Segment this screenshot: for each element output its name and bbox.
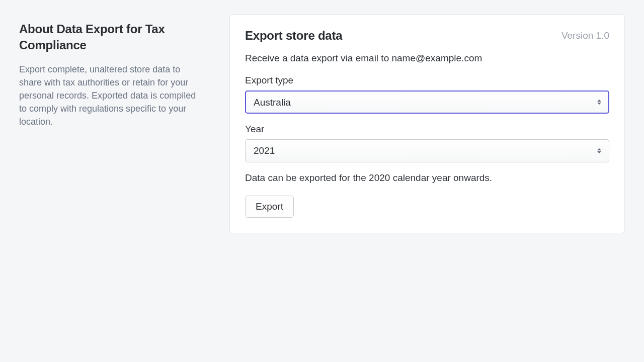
about-sidebar: About Data Export for Tax Compliance Exp… xyxy=(19,14,205,348)
export-type-label: Export type xyxy=(245,75,609,86)
export-card: Export store data Version 1.0 Receive a … xyxy=(229,14,625,233)
export-type-select-wrap: Australia xyxy=(245,90,609,114)
export-type-select[interactable]: Australia xyxy=(245,90,609,114)
card-description: Receive a data export via email to name@… xyxy=(245,53,609,64)
export-type-group: Export type Australia xyxy=(245,75,609,114)
year-label: Year xyxy=(245,124,609,135)
card-header: Export store data Version 1.0 xyxy=(245,29,609,43)
card-title: Export store data xyxy=(245,29,342,43)
year-select[interactable]: 2021 xyxy=(245,139,609,162)
year-group: Year 2021 xyxy=(245,124,609,162)
about-description: Export complete, unaltered store data to… xyxy=(19,63,205,128)
year-help-text: Data can be exported for the 2020 calend… xyxy=(245,172,609,184)
year-select-wrap: 2021 xyxy=(245,139,609,162)
about-title: About Data Export for Tax Compliance xyxy=(19,21,205,54)
export-button[interactable]: Export xyxy=(245,196,294,218)
version-label: Version 1.0 xyxy=(561,30,609,41)
